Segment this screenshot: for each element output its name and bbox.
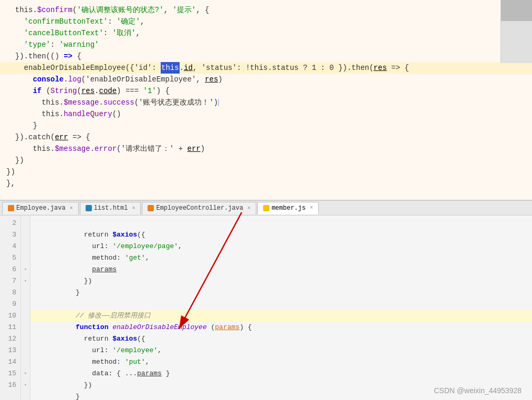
gutter-7[interactable]: ▾ bbox=[21, 275, 30, 287]
gutter-16[interactable]: ▾ bbox=[21, 380, 30, 391]
gutter-4 bbox=[21, 241, 30, 252]
fold-icon-15: ▾ bbox=[24, 368, 27, 380]
line-num-9: 9 bbox=[0, 299, 20, 310]
code-line-8: if (String(res.code) === '1') { bbox=[0, 85, 532, 97]
line-num-3: 3 bbox=[0, 229, 20, 241]
code-line-5: }).then(() => { bbox=[0, 50, 532, 62]
line-num-14: 14 bbox=[0, 356, 20, 368]
code-line-13: this.$message.error('请求出错了：' + err) bbox=[0, 143, 532, 155]
ide-line-8 bbox=[30, 287, 532, 299]
line-num-6: 6 bbox=[0, 264, 20, 275]
code-line-10: this.handleQuery() bbox=[0, 108, 532, 120]
tab-bar: Employee.java × list.html × EmployeeCont… bbox=[0, 201, 532, 216]
tab-employee-java[interactable]: Employee.java × bbox=[2, 202, 79, 214]
scrollbar-thumb[interactable] bbox=[501, 0, 532, 21]
gutter-14 bbox=[21, 356, 30, 368]
code-line-1: this.$confirm('确认调整该账号的状态?', '提示', { bbox=[0, 4, 532, 16]
code-line-4: 'type': 'warning' bbox=[0, 39, 532, 50]
tab-label-list-html: list.html bbox=[94, 204, 128, 212]
code-line-12: }).catch(err => { bbox=[0, 131, 532, 143]
ide-content: 2 3 4 5 6 7 8 9 10 11 12 13 14 15 16 ▾ ▾ bbox=[0, 216, 532, 400]
tab-member-js[interactable]: member.js × bbox=[257, 202, 319, 214]
line-numbers: 2 3 4 5 6 7 8 9 10 11 12 13 14 15 16 bbox=[0, 216, 21, 400]
ide-line-9: // 修改——启用禁用接口 bbox=[30, 299, 532, 310]
line-num-8: 8 bbox=[0, 287, 20, 299]
code-line-3: 'cancelButtonText': '取消', bbox=[0, 27, 532, 39]
code-line-11: } bbox=[0, 120, 532, 131]
line-num-5: 5 bbox=[0, 252, 20, 264]
ide-code-area: return $axios({ url: '/employee/page', m… bbox=[30, 216, 532, 400]
code-line-7: console.log('enableOrDisableEmployee', r… bbox=[0, 74, 532, 85]
gutter-15[interactable]: ▾ bbox=[21, 368, 30, 380]
code-line-2: 'confirmButtonText': '确定', bbox=[0, 16, 532, 27]
line-num-10: 10 bbox=[0, 310, 20, 322]
gutter-11 bbox=[21, 322, 30, 333]
code-line-16: }, bbox=[0, 178, 532, 189]
fold-icon-16: ▾ bbox=[24, 380, 27, 391]
code-line-9: this.$message.success('账号状态更改成功！') bbox=[0, 97, 532, 108]
gutter-5 bbox=[21, 252, 30, 264]
tab-close-member-js[interactable]: × bbox=[310, 205, 313, 211]
line-num-2: 2 bbox=[0, 218, 20, 229]
tab-icon-js bbox=[263, 205, 269, 211]
tab-label-employee-controller: EmployeeController.java bbox=[156, 204, 243, 212]
tab-close-list-html[interactable]: × bbox=[132, 206, 135, 211]
top-code-panel: this.$confirm('确认调整该账号的状态?', '提示', { 'co… bbox=[0, 0, 532, 200]
gutter-12 bbox=[21, 333, 30, 345]
code-gutter: ▾ ▾ ▾ ▾ bbox=[21, 216, 30, 400]
gutter-9 bbox=[21, 299, 30, 310]
ide-line-2: return $axios({ bbox=[30, 218, 532, 229]
fold-icon-6: ▾ bbox=[24, 264, 27, 275]
scrollbar[interactable] bbox=[500, 0, 532, 63]
tab-close-employee-java[interactable]: × bbox=[70, 206, 73, 211]
line-num-7: 7 bbox=[0, 275, 20, 287]
tab-icon-controller bbox=[148, 205, 154, 211]
code-line-14: }) bbox=[0, 155, 532, 166]
tab-employee-controller[interactable]: EmployeeController.java × bbox=[142, 202, 256, 214]
code-line-6: enableOrDisableEmployee({'id': this.id, … bbox=[0, 62, 532, 74]
line-num-11: 11 bbox=[0, 322, 20, 333]
gutter-2 bbox=[21, 218, 30, 229]
fold-icon-7: ▾ bbox=[24, 275, 27, 287]
line-num-12: 12 bbox=[0, 333, 20, 345]
gutter-8 bbox=[21, 287, 30, 299]
tab-label-employee-java: Employee.java bbox=[16, 204, 66, 212]
gutter-6[interactable]: ▾ bbox=[21, 264, 30, 275]
line-num-4: 4 bbox=[0, 241, 20, 252]
gutter-3 bbox=[21, 229, 30, 241]
line-num-16: 16 bbox=[0, 380, 20, 391]
tab-label-member-js: member.js bbox=[272, 204, 306, 212]
tab-close-employee-controller[interactable]: × bbox=[247, 206, 251, 211]
gutter-13 bbox=[21, 345, 30, 356]
watermark: CSDN @weixin_44953928 bbox=[434, 386, 521, 395]
tab-icon-java bbox=[8, 205, 14, 211]
gutter-10 bbox=[21, 310, 30, 322]
tab-list-html[interactable]: list.html × bbox=[80, 202, 141, 214]
line-num-15: 15 bbox=[0, 368, 20, 380]
code-line-15: }) bbox=[0, 166, 532, 178]
tab-icon-html bbox=[86, 205, 92, 211]
bottom-ide-panel: Employee.java × list.html × EmployeeCont… bbox=[0, 200, 532, 400]
ide-line-7: } bbox=[30, 275, 532, 287]
line-num-13: 13 bbox=[0, 345, 20, 356]
